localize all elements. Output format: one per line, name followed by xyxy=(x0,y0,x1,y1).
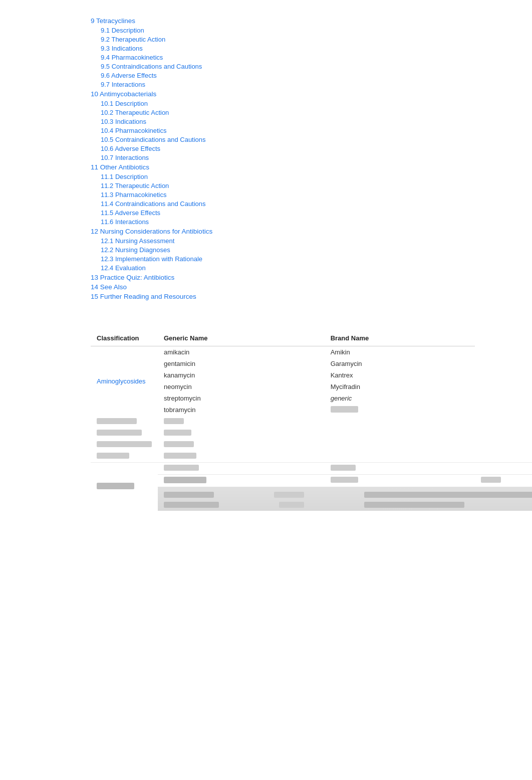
toc-item-9.5-contraindications-and-cautions[interactable]: 9.5 Contraindications and Cautions xyxy=(91,63,441,70)
full-blurred-cell xyxy=(158,487,532,511)
col-generic-name: Generic Name xyxy=(158,330,325,346)
brand-name-cell xyxy=(158,416,325,428)
generic-name-cell xyxy=(158,463,325,475)
toc-item-12.1-nursing-assessment[interactable]: 12.1 Nursing Assessment xyxy=(91,237,441,245)
toc-item-10.1-description[interactable]: 10.1 Description xyxy=(91,100,441,107)
table-row xyxy=(91,451,532,463)
toc-item-11-other-antibiotics[interactable]: 11 Other Antibiotics xyxy=(91,163,441,171)
table-row xyxy=(91,439,532,451)
generic-name-cell: neomycin xyxy=(158,381,325,393)
table-row xyxy=(91,428,532,439)
classification-cell[interactable]: Aminoglycosides xyxy=(91,346,158,417)
generic-name-cell: kanamycin xyxy=(158,369,325,381)
drug-table-section: Classification Generic Name Brand Name A… xyxy=(91,315,441,511)
brand-name-cell xyxy=(325,463,475,475)
table-row xyxy=(91,463,532,475)
toc-item-9.3-indications[interactable]: 9.3 Indications xyxy=(91,45,441,52)
brand-name-cell xyxy=(325,404,475,416)
col-classification: Classification xyxy=(91,330,158,346)
brand-name-cell xyxy=(475,475,532,487)
toc-item-10.3-indications[interactable]: 10.3 Indications xyxy=(91,118,441,125)
generic-name-cell: gentamicin xyxy=(158,358,325,369)
toc-item-12.2-nursing-diagnoses[interactable]: 12.2 Nursing Diagnoses xyxy=(91,246,441,254)
toc-item-10.7-interactions[interactable]: 10.7 Interactions xyxy=(91,154,441,161)
brand-name-cell: generic xyxy=(325,393,475,404)
toc-item-9.4-pharmacokinetics[interactable]: 9.4 Pharmacokinetics xyxy=(91,54,441,61)
brand-name-cell: Amikin xyxy=(325,346,475,358)
table-row: AminoglycosidesamikacinAmikin xyxy=(91,346,532,358)
col-brand-name: Brand Name xyxy=(325,330,475,346)
toc-item-9.2-therapeutic-action[interactable]: 9.2 Therapeutic Action xyxy=(91,36,441,43)
brand-name-cell xyxy=(158,451,325,463)
toc-item-11.2-therapeutic-action[interactable]: 11.2 Therapeutic Action xyxy=(91,182,441,189)
generic-name-cell xyxy=(91,451,158,463)
page-header xyxy=(0,0,532,10)
toc-item-9-tetracyclines[interactable]: 9 Tetracyclines xyxy=(91,17,441,25)
classification-cell xyxy=(158,475,325,487)
toc-item-11.3-pharmacokinetics[interactable]: 11.3 Pharmacokinetics xyxy=(91,191,441,199)
toc-item-9.7-interactions[interactable]: 9.7 Interactions xyxy=(91,81,441,88)
toc-section: 9 Tetracyclines9.1 Description9.2 Therap… xyxy=(91,17,441,300)
generic-name-cell xyxy=(91,428,158,439)
toc-item-11.4-contraindications-and-cautions[interactable]: 11.4 Contraindications and Cautions xyxy=(91,200,441,208)
toc-item-15-further-reading-and-resources[interactable]: 15 Further Reading and Resources xyxy=(91,293,441,300)
drug-table-title xyxy=(91,315,441,320)
brand-name-cell xyxy=(158,428,325,439)
brand-name-cell xyxy=(158,439,325,451)
toc-item-11.5-adverse-effects[interactable]: 11.5 Adverse Effects xyxy=(91,209,441,217)
toc-item-10-antimycobacterials[interactable]: 10 Antimycobacterials xyxy=(91,90,441,98)
generic-name-cell xyxy=(91,416,158,428)
brand-name-cell: Garamycin xyxy=(325,358,475,369)
classification-cell-blurred xyxy=(91,463,158,511)
brand-name-cell: Kantrex xyxy=(325,369,475,381)
generic-name-cell: amikacin xyxy=(158,346,325,358)
generic-name-cell xyxy=(325,475,475,487)
content-area: 9 Tetracyclines9.1 Description9.2 Therap… xyxy=(71,10,461,531)
generic-name-cell: tobramycin xyxy=(158,404,325,416)
drug-table: Classification Generic Name Brand Name A… xyxy=(91,330,532,511)
brand-name-cell: Mycifradin xyxy=(325,381,475,393)
toc-item-12.4-evaluation[interactable]: 12.4 Evaluation xyxy=(91,264,441,272)
toc-item-10.5-contraindications-and-cautions[interactable]: 10.5 Contraindications and Cautions xyxy=(91,136,441,143)
toc-item-9.1-description[interactable]: 9.1 Description xyxy=(91,27,441,34)
table-row xyxy=(91,416,532,428)
toc-item-12-nursing-considerations-for-antibiotics[interactable]: 12 Nursing Considerations for Antibiotic… xyxy=(91,228,441,235)
toc-item-10.2-therapeutic-action[interactable]: 10.2 Therapeutic Action xyxy=(91,109,441,116)
toc-item-10.6-adverse-effects[interactable]: 10.6 Adverse Effects xyxy=(91,145,441,152)
generic-name-cell xyxy=(91,439,158,451)
generic-name-cell: streptomycin xyxy=(158,393,325,404)
toc-item-12.3-implementation-with-rationale[interactable]: 12.3 Implementation with Rationale xyxy=(91,255,441,263)
toc-item-9.6-adverse-effects[interactable]: 9.6 Adverse Effects xyxy=(91,72,441,79)
toc-item-11.1-description[interactable]: 11.1 Description xyxy=(91,173,441,180)
table-header-row: Classification Generic Name Brand Name xyxy=(91,330,532,346)
toc-item-11.6-interactions[interactable]: 11.6 Interactions xyxy=(91,218,441,226)
toc-item-14-see-also[interactable]: 14 See Also xyxy=(91,283,441,291)
toc-item-13-practice-quiz:-antibiotics[interactable]: 13 Practice Quiz: Antibiotics xyxy=(91,274,441,281)
toc-item-10.4-pharmacokinetics[interactable]: 10.4 Pharmacokinetics xyxy=(91,127,441,134)
